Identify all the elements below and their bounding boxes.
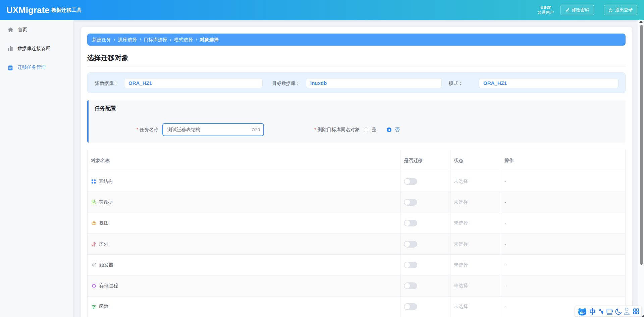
svg-text:du: du	[580, 310, 585, 315]
